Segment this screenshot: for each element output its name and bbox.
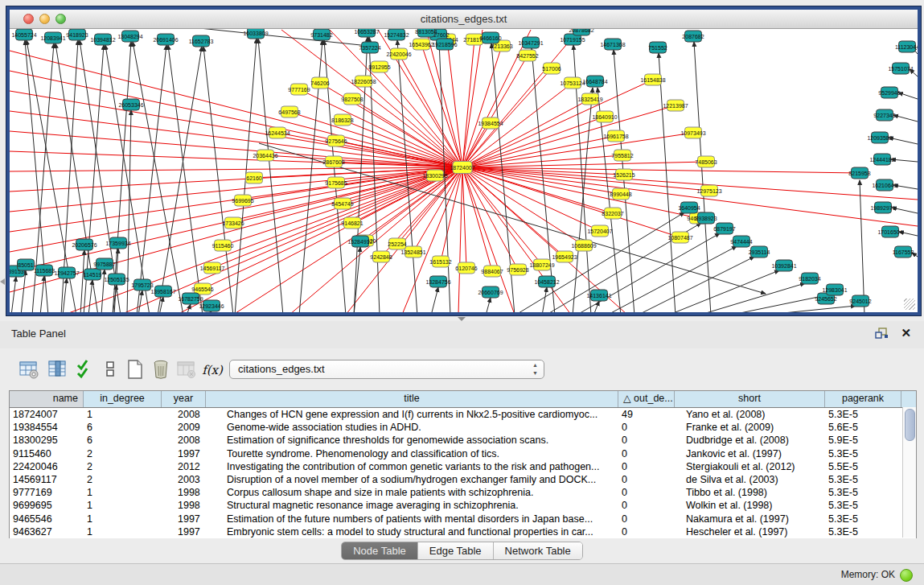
red-edge[interactable] (10, 51, 462, 167)
red-edge[interactable] (10, 91, 462, 167)
column-header-short[interactable]: short (675, 391, 825, 407)
table-row[interactable]: 2242004622012Investigating the contribut… (10, 460, 916, 473)
red-edge[interactable] (462, 167, 584, 245)
graph-node-label: 10392841 (771, 263, 796, 269)
graph-node-label: 2087682 (682, 34, 704, 39)
graph-node-label: 9474444 (730, 239, 752, 245)
cell-title: Corpus callosum shape and size in male p… (206, 486, 618, 499)
table-row[interactable]: 911546021997Tourette syndrome. Phenomeno… (10, 447, 916, 460)
network-graph[interactable]: 9827508818632892756462867608917568584547… (10, 29, 918, 312)
black-edge[interactable] (168, 45, 203, 312)
node-table: namein_degreeyeartitle△ out_de...shortpa… (9, 390, 917, 538)
black-edge[interactable] (891, 159, 918, 162)
new-file-button[interactable] (122, 357, 148, 383)
table-row[interactable]: 1938455462009Genome-wide association stu… (10, 421, 916, 434)
table-row[interactable]: 1456911722003Disruption of a novel membe… (10, 473, 916, 486)
black-edge[interactable] (698, 283, 805, 312)
black-edge[interactable] (137, 45, 166, 312)
cell-name: 9465546 (10, 513, 84, 525)
column-header-indegree[interactable]: in_degree (84, 391, 162, 407)
column-header-year[interactable]: year (162, 391, 206, 407)
graph-node-label: 15720407 (587, 229, 612, 234)
table-row[interactable]: 946554611997Estimation of the future num… (10, 513, 916, 525)
black-edge[interactable] (486, 298, 491, 312)
column-header-outde[interactable]: △ out_de... (618, 391, 675, 407)
black-edge[interactable] (694, 42, 711, 312)
graph-node-label: 1167553 (893, 249, 914, 255)
table-row[interactable]: 1872400712008Changes of HCN gene express… (10, 408, 916, 421)
graph-node-label: 9884067 (481, 269, 503, 274)
black-edge[interactable] (88, 280, 92, 312)
minimize-window-button[interactable] (39, 14, 50, 24)
red-edge[interactable] (462, 167, 565, 257)
red-edge[interactable] (462, 105, 676, 167)
cell-name: 22420046 (10, 460, 84, 473)
table-select-dropdown[interactable]: citations_edges.txt ▲▼ (229, 360, 544, 379)
delete-table-button[interactable] (148, 357, 174, 383)
red-edge[interactable] (462, 56, 528, 167)
table-row[interactable]: 1830029562008Estimation of significance … (10, 434, 916, 447)
scrollbar-thumb[interactable] (905, 409, 915, 441)
red-edge[interactable] (462, 68, 552, 167)
black-edge[interactable] (159, 297, 163, 312)
graph-node-label: 8322037 (602, 211, 623, 216)
red-edge[interactable] (458, 167, 462, 312)
red-edge[interactable] (462, 133, 693, 167)
graph-node-label: 8912955 (368, 64, 390, 70)
table-row[interactable]: 946362711997Embryonic stem cells: a mode… (10, 525, 916, 538)
window-titlebar[interactable]: citations_edges.txt (10, 10, 918, 29)
black-edge[interactable] (759, 306, 856, 312)
column-header-name[interactable]: name (10, 391, 84, 407)
column-header-pagerank[interactable]: pagerank (825, 391, 901, 407)
resize-grip[interactable] (904, 299, 915, 310)
black-edge[interactable] (898, 93, 918, 99)
tab-node-table[interactable]: Node Table (342, 542, 418, 559)
red-edge[interactable] (462, 167, 621, 194)
red-edge[interactable] (462, 167, 466, 268)
table-settings-button[interactable] (16, 357, 42, 383)
vertical-scrollbar[interactable] (902, 407, 916, 538)
black-edge[interactable] (542, 287, 547, 312)
black-edge[interactable] (133, 42, 183, 312)
cell-outde: 0 (618, 486, 675, 499)
red-edge[interactable] (299, 89, 462, 167)
graph-node-label: 1115683 (34, 268, 55, 274)
red-edge[interactable] (447, 39, 462, 167)
close-panel-icon[interactable]: ✕ (901, 326, 911, 340)
tab-network-table[interactable]: Network Table (494, 542, 582, 559)
black-edge[interactable] (892, 208, 918, 213)
float-panel-icon[interactable] (875, 328, 889, 343)
table-row[interactable]: 969969511998Structural magnetic resonanc… (10, 499, 916, 512)
black-edge[interactable] (889, 138, 918, 144)
black-edge[interactable] (431, 287, 438, 312)
red-edge[interactable] (426, 30, 462, 167)
network-canvas[interactable]: 9827508818632892756462867608917568584547… (10, 29, 918, 312)
black-edge[interactable] (80, 250, 84, 312)
zoom-window-button[interactable] (55, 14, 66, 24)
column-header-title[interactable]: title (206, 391, 618, 407)
function-builder-button[interactable]: f(x) (199, 357, 225, 383)
black-edge[interactable] (667, 270, 779, 312)
row-height-button[interactable] (97, 357, 123, 383)
graph-node-label: 10719155 (560, 37, 585, 43)
black-edge[interactable] (40, 276, 44, 312)
red-edge[interactable] (10, 131, 462, 167)
black-edge[interactable] (893, 115, 918, 122)
table-row[interactable]: 977716911998Corpus callosum shape and si… (10, 486, 916, 499)
column-chooser-button[interactable] (45, 357, 71, 383)
black-edge[interactable] (593, 301, 599, 312)
black-edge[interactable] (158, 47, 202, 312)
graph-node-label: 17359934 (105, 241, 130, 246)
red-edge[interactable] (462, 167, 600, 231)
red-edge[interactable] (462, 167, 492, 271)
black-edge[interactable] (11, 277, 16, 312)
graph-node-label: 746206 (310, 80, 329, 86)
select-rows-button[interactable] (72, 357, 98, 383)
graph-node-label: 9245652 (815, 296, 836, 302)
graph-node-label: 16782759 (178, 296, 203, 302)
black-edge[interactable] (532, 48, 555, 312)
panel-collapse-arrow-icon[interactable] (0, 278, 5, 285)
tab-edge-table[interactable]: Edge Table (418, 542, 494, 559)
close-window-button[interactable] (23, 14, 34, 24)
black-edge[interactable] (860, 180, 864, 312)
